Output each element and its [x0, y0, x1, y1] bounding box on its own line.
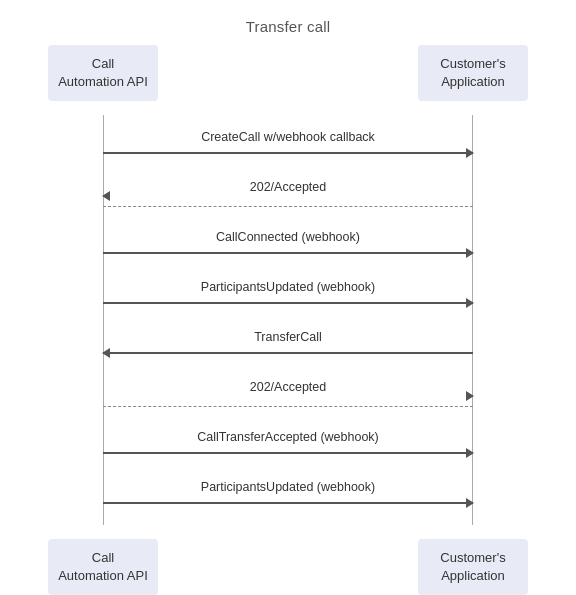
arrowhead-left-5 [102, 348, 110, 358]
arrow-label-8: ParticipantsUpdated (webhook) [201, 480, 375, 494]
arrow-line-6 [103, 396, 473, 410]
arrow-label-3: CallConnected (webhook) [216, 230, 360, 244]
arrow-row-2: 202/Accepted [103, 180, 473, 210]
arrow-line-8 [103, 496, 473, 510]
arrow-label-5: TransferCall [254, 330, 322, 344]
arrow-line-wrap-2 [103, 196, 473, 210]
line-1 [103, 152, 473, 154]
arrow-row-6: 202/Accepted [103, 380, 473, 410]
line-8 [103, 502, 473, 504]
arrow-line-wrap-3 [103, 246, 473, 260]
arrowhead-right-6 [466, 391, 474, 401]
arrow-line-wrap-7 [103, 446, 473, 460]
diagram-body: CallAutomation API Customer'sApplication… [48, 45, 528, 595]
diagram-container: Transfer call CallAutomation API Custome… [0, 0, 576, 595]
arrow-row-4: ParticipantsUpdated (webhook) [103, 280, 473, 310]
arrow-label-1: CreateCall w/webhook callback [201, 130, 375, 144]
arrowhead-right-4 [466, 298, 474, 308]
line-6 [103, 406, 473, 407]
arrow-line-7 [103, 446, 473, 460]
arrow-label-7: CallTransferAccepted (webhook) [197, 430, 379, 444]
arrowhead-right-3 [466, 248, 474, 258]
arrow-row-8: ParticipantsUpdated (webhook) [103, 480, 473, 510]
actor-box-left-top: CallAutomation API [48, 45, 158, 101]
arrowhead-right-8 [466, 498, 474, 508]
arrow-row-7: CallTransferAccepted (webhook) [103, 430, 473, 460]
arrow-label-4: ParticipantsUpdated (webhook) [201, 280, 375, 294]
line-3 [103, 252, 473, 254]
arrow-row-3: CallConnected (webhook) [103, 230, 473, 260]
line-2 [103, 206, 473, 207]
arrow-row-1: CreateCall w/webhook callback [103, 130, 473, 160]
actor-box-left-bottom: CallAutomation API [48, 539, 158, 595]
arrow-line-wrap-5 [103, 346, 473, 360]
arrow-label-6: 202/Accepted [250, 380, 326, 394]
arrow-label-2: 202/Accepted [250, 180, 326, 194]
arrow-line-wrap-6 [103, 396, 473, 410]
line-7 [103, 452, 473, 454]
actor-box-right-bottom: Customer'sApplication [418, 539, 528, 595]
actor-label-left-bottom: CallAutomation API [58, 550, 148, 583]
line-4 [103, 302, 473, 304]
diagram-title: Transfer call [246, 18, 331, 35]
arrowhead-right-7 [466, 448, 474, 458]
arrow-line-2 [103, 196, 473, 210]
arrow-line-1 [103, 146, 473, 160]
actor-label-left-top: CallAutomation API [58, 56, 148, 89]
arrow-line-5 [103, 346, 473, 360]
actor-label-right-top: Customer'sApplication [440, 56, 505, 89]
arrow-line-3 [103, 246, 473, 260]
arrow-line-wrap-1 [103, 146, 473, 160]
arrow-line-wrap-4 [103, 296, 473, 310]
actor-box-right-top: Customer'sApplication [418, 45, 528, 101]
arrowhead-left-2 [102, 191, 110, 201]
arrow-row-5: TransferCall [103, 330, 473, 360]
arrowhead-right-1 [466, 148, 474, 158]
actor-label-right-bottom: Customer'sApplication [440, 550, 505, 583]
arrows-area: CreateCall w/webhook callback 202/Accept… [103, 120, 473, 520]
arrow-line-4 [103, 296, 473, 310]
arrow-line-wrap-8 [103, 496, 473, 510]
line-5 [103, 352, 473, 354]
